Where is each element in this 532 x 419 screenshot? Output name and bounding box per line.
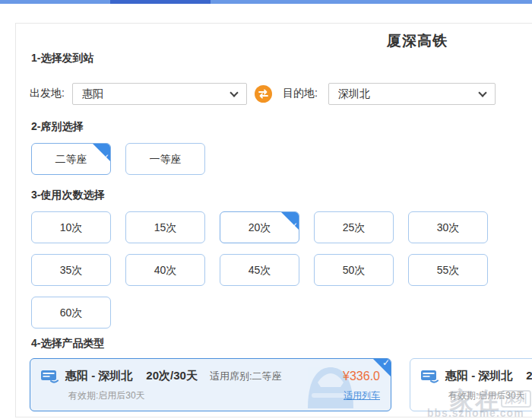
swap-arrows-icon xyxy=(258,88,269,100)
check-icon: ✓ xyxy=(382,358,390,368)
check-icon: ✓ xyxy=(102,143,109,162)
times-option-30[interactable]: 30次 xyxy=(408,211,488,243)
card-validity: 有效期:启用后30天 xyxy=(68,389,145,402)
departure-label: 出发地: xyxy=(30,87,65,100)
browser-loading-bar xyxy=(0,0,532,4)
page-title: 厦深高铁 xyxy=(387,31,448,51)
applicable-trains-link[interactable]: 适用列车 xyxy=(344,389,380,402)
times-option-label: 60次 xyxy=(60,306,83,319)
times-option-15[interactable]: 15次 xyxy=(125,211,205,243)
card-main-row: 惠阳 - 深圳北 20次/30天 xyxy=(421,369,532,383)
times-option-35[interactable]: 35次 xyxy=(31,254,111,286)
step4-heading: 4-选择产品类型 xyxy=(31,337,104,351)
selected-corner-badge: ✓ xyxy=(92,143,111,162)
times-option-20[interactable]: 20次 ✓ xyxy=(220,211,299,243)
product-cards: 惠阳 - 深圳北 20次/30天 适用席别:二等座 ¥336.0 有效期:启用后… xyxy=(30,358,532,411)
swap-stations-button[interactable] xyxy=(255,85,272,103)
chevron-down-icon xyxy=(478,88,486,97)
usage-times-options: 10次 15次 20次 ✓ 25次 30次 35次 40次 45次 50次 55… xyxy=(31,211,495,329)
destination-select-value: 深圳北 xyxy=(338,87,370,100)
times-option-25[interactable]: 25次 xyxy=(314,211,394,243)
seat-class-options: 二等座 ✓ 一等座 xyxy=(31,143,205,175)
destination-label: 目的地: xyxy=(283,87,318,100)
loading-bar-segment xyxy=(110,0,211,4)
card-route: 惠阳 - 深圳北 xyxy=(445,369,512,383)
times-option-label: 25次 xyxy=(343,221,366,233)
card-route: 惠阳 - 深圳北 xyxy=(65,369,132,383)
times-option-label: 30次 xyxy=(437,221,460,233)
times-option-50[interactable]: 50次 xyxy=(314,254,394,286)
times-option-label: 45次 xyxy=(249,264,271,276)
product-card-alt[interactable]: 惠阳 - 深圳北 20次/30天 有效期:启用后30天 xyxy=(410,358,532,411)
card-sub-row: 有效期:启用后30天 xyxy=(421,389,532,402)
seat-option-second-class[interactable]: 二等座 ✓ xyxy=(31,143,111,175)
step2-heading: 2-席别选择 xyxy=(31,120,83,134)
selected-corner-badge: ✓ xyxy=(280,211,299,230)
station-selection-row: 出发地: 惠阳 目的地: 深圳北 xyxy=(30,82,496,105)
times-option-40[interactable]: 40次 xyxy=(125,254,205,286)
times-option-10[interactable]: 10次 xyxy=(31,211,111,243)
travel-card-icon xyxy=(421,370,439,383)
chevron-down-icon xyxy=(230,88,238,97)
card-price: ¥336.0 xyxy=(343,370,380,383)
times-option-label: 55次 xyxy=(437,264,460,276)
seat-option-label: 二等座 xyxy=(55,153,87,165)
departure-select-value: 惠阳 xyxy=(82,87,103,100)
card-times: 20次/30天 xyxy=(526,369,532,383)
times-option-label: 15次 xyxy=(154,221,177,233)
card-validity: 有效期:启用后30天 xyxy=(448,389,525,402)
times-option-55[interactable]: 55次 xyxy=(408,254,488,286)
times-option-label: 40次 xyxy=(154,264,177,276)
card-times: 20次/30天 xyxy=(146,369,198,383)
times-option-45[interactable]: 45次 xyxy=(220,254,299,286)
seat-option-first-class[interactable]: 一等座 xyxy=(125,143,205,175)
times-option-label: 10次 xyxy=(60,221,83,233)
step3-heading: 3-使用次数选择 xyxy=(31,189,104,202)
travel-card-icon xyxy=(41,370,59,383)
step1-heading: 1-选择发到站 xyxy=(31,52,93,65)
times-option-label: 50次 xyxy=(343,264,366,276)
product-card-selected[interactable]: 惠阳 - 深圳北 20次/30天 适用席别:二等座 ¥336.0 有效期:启用后… xyxy=(30,358,391,411)
times-option-label: 35次 xyxy=(60,264,83,276)
card-seat-class: 适用席别:二等座 xyxy=(210,370,282,383)
check-icon: ✓ xyxy=(290,211,298,230)
times-option-label: 20次 xyxy=(249,221,271,233)
departure-select[interactable]: 惠阳 xyxy=(72,83,247,105)
destination-select[interactable]: 深圳北 xyxy=(328,83,496,105)
seat-option-label: 一等座 xyxy=(150,153,182,165)
main-panel: 厦深高铁 1-选择发到站 出发地: 惠阳 目的地: 深圳北 2-席别选择 二等座… xyxy=(15,23,532,417)
times-option-60[interactable]: 60次 xyxy=(31,297,111,329)
